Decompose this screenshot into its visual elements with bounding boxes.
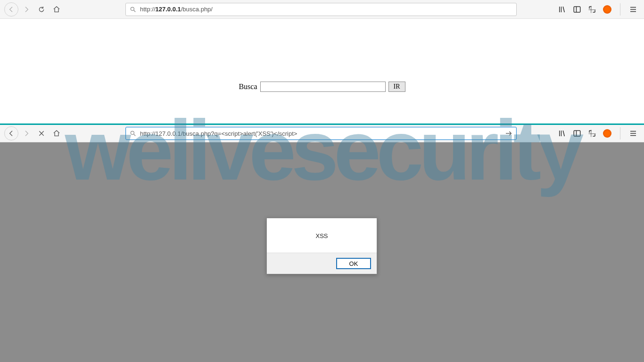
svg-line-1 (134, 10, 136, 12)
url-text: http://127.0.0.1/busca.php?q=<script>ale… (140, 130, 501, 137)
svg-line-19 (563, 131, 564, 136)
search-icon (130, 6, 136, 13)
alert-footer: OK (267, 253, 377, 274)
reload-button[interactable] (34, 2, 49, 16)
toolbar-right-icons (558, 127, 640, 140)
page-content-top: Busca IR (0, 19, 644, 123)
back-button[interactable] (4, 126, 18, 140)
sidebar-icon[interactable] (573, 5, 581, 14)
separator (620, 3, 620, 16)
search-icon (130, 130, 136, 137)
screenshot-icon[interactable] (588, 5, 596, 14)
svg-rect-5 (574, 7, 580, 12)
browser-toolbar-top: http://127.0.0.1/busca.php/ (0, 0, 644, 19)
home-button[interactable] (50, 2, 64, 16)
home-button[interactable] (50, 126, 64, 140)
noscript-icon[interactable] (603, 5, 611, 14)
svg-point-14 (131, 131, 134, 134)
address-bar[interactable]: http://127.0.0.1/busca.php/ (125, 3, 517, 16)
toolbar-right-icons (558, 3, 640, 16)
go-arrow-icon[interactable] (505, 130, 512, 137)
separator (620, 127, 620, 140)
svg-point-0 (131, 7, 134, 10)
alert-dialog: XSS OK (266, 218, 377, 274)
screenshot-icon[interactable] (588, 129, 596, 138)
search-input[interactable] (260, 82, 386, 92)
url-text: http://127.0.0.1/busca.php/ (140, 6, 512, 13)
svg-line-15 (134, 134, 136, 136)
menu-icon[interactable] (629, 5, 637, 14)
search-form: Busca IR (239, 50, 405, 123)
svg-rect-20 (574, 131, 580, 136)
library-icon[interactable] (558, 5, 566, 14)
forward-button[interactable] (19, 2, 33, 16)
noscript-icon[interactable] (603, 129, 611, 138)
stop-button[interactable] (34, 126, 49, 140)
forward-button[interactable] (19, 126, 33, 140)
alert-message: XSS (267, 218, 377, 253)
address-bar[interactable]: http://127.0.0.1/busca.php?q=<script>ale… (125, 127, 517, 140)
alert-ok-button[interactable]: OK (336, 258, 371, 269)
menu-icon[interactable] (629, 129, 637, 138)
browser-toolbar-bottom: http://127.0.0.1/busca.php?q=<script>ale… (0, 123, 644, 142)
back-button[interactable] (4, 2, 18, 16)
svg-line-4 (563, 7, 564, 12)
search-submit-button[interactable]: IR (388, 82, 405, 92)
sidebar-icon[interactable] (573, 129, 581, 138)
search-label: Busca (239, 82, 257, 91)
library-icon[interactable] (558, 129, 566, 138)
